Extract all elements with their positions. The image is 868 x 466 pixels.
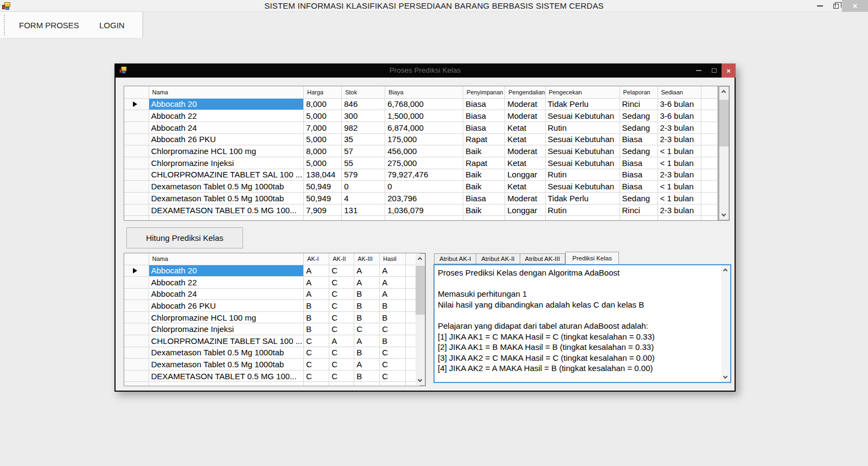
dialog-titlebar[interactable]: Proses Prediksi Kelas × [114,63,736,78]
cell[interactable]: 2-3 bulan [658,133,701,145]
cell[interactable]: Moderat [505,110,545,122]
column-header[interactable]: Stok [342,86,385,98]
cell[interactable]: 5,000 [304,157,342,169]
cell[interactable]: Sedang [620,193,658,205]
cell[interactable]: Biasa [463,122,505,133]
column-header[interactable]: Pengendalian [505,86,545,98]
cell[interactable]: C [354,323,380,335]
cell[interactable]: Abbocath 24 [149,288,304,300]
cell[interactable]: C [329,300,354,312]
cell[interactable]: Dexametason Tablet 0.5 Mg 1000tab [149,193,304,205]
menu-item-login[interactable]: LOGIN [94,12,130,38]
scrollbar-thumb[interactable] [416,266,425,315]
cell[interactable]: Moderat [505,98,545,110]
column-header[interactable]: Nama [149,253,304,265]
column-header[interactable]: Biaya [385,86,463,98]
cell[interactable]: < 1 bulan [658,157,701,169]
scroll-up-icon[interactable] [722,90,726,94]
cell[interactable]: Sesuai Kebutuhan [545,110,620,122]
row-selector[interactable] [124,311,149,323]
cell[interactable]: Baik [463,169,505,181]
cell[interactable]: 2-3 bulan [658,122,701,133]
prediction-grid-scrollbar[interactable] [416,254,425,385]
tab-prediksi-kelas[interactable]: Prediksi Kelas [565,252,619,264]
cell[interactable]: 2-3 bulan [658,169,701,181]
cell[interactable]: 55 [342,157,385,169]
cell[interactable]: Sesuai Kebutuhan [545,145,620,157]
cell[interactable]: Biasa [620,157,658,169]
cell[interactable]: Sedang [620,110,658,122]
cell[interactable]: A [380,288,406,300]
cell[interactable]: 175,000 [385,133,463,145]
cell[interactable]: Rapat [463,157,505,169]
cell[interactable]: C [304,335,329,347]
column-header[interactable]: Hasil [380,253,406,265]
cell[interactable]: 982 [342,122,385,133]
cell[interactable]: C [380,347,406,359]
cell[interactable]: Longgar [505,204,545,216]
cell[interactable]: 275,000 [385,157,463,169]
cell[interactable]: 3-6 bulan [658,110,701,122]
cell[interactable]: 79,927,476 [385,169,463,181]
cell[interactable]: A [354,335,380,347]
row-selector[interactable] [124,169,149,181]
scroll-up-icon[interactable] [418,257,422,261]
cell[interactable]: < 1 bulan [658,145,701,157]
hitung-prediksi-kelas-button[interactable]: Hitung Prediksi Kelas [126,227,243,248]
cell[interactable]: Sedang [620,122,658,133]
cell[interactable]: Sesuai Kebutuhan [545,181,620,193]
cell[interactable]: Abbocath 22 [149,277,304,289]
cell[interactable]: Longgar [505,169,545,181]
cell[interactable]: Baik [463,204,505,216]
column-header[interactable]: AK-II [329,253,354,265]
cell[interactable]: Ketat [505,133,545,145]
cell[interactable]: Biasa [620,169,658,181]
cell[interactable]: Ketat [505,122,545,133]
log-scrollbar[interactable] [721,265,730,382]
cell[interactable]: A [354,277,380,289]
cell[interactable]: Ketat [505,157,545,169]
row-selector[interactable] [124,359,149,371]
cell[interactable]: 57 [342,145,385,157]
dialog-close-button[interactable]: × [722,63,736,78]
cell[interactable]: 6,874,000 [385,122,463,133]
minimize-button[interactable] [812,0,828,12]
cell[interactable]: C [329,277,354,289]
cell[interactable]: B [354,311,380,323]
cell[interactable]: Chlorpromazine Injeksi [149,323,304,335]
row-selector[interactable] [124,204,149,216]
row-selector[interactable] [124,347,149,359]
cell[interactable]: 7,909 [304,204,342,216]
row-selector[interactable] [124,300,149,312]
tab-atribut-ak-ii[interactable]: Atribut AK-II [476,253,520,264]
cell[interactable]: C [329,359,354,371]
corner-header[interactable] [124,86,149,98]
cell[interactable]: Tidak Perlu [545,193,620,205]
cell[interactable]: < 1 bulan [658,181,701,193]
cell[interactable]: Abbocath 20 [149,265,304,277]
row-selector[interactable] [124,288,149,300]
cell[interactable]: B [354,347,380,359]
cell[interactable]: Chlorpromazine HCL 100 mg [149,145,304,157]
cell[interactable]: 4 [342,193,385,205]
row-selector[interactable] [124,110,149,122]
cell[interactable]: 5,000 [304,110,342,122]
cell[interactable]: 300 [342,110,385,122]
cell[interactable]: A [304,288,329,300]
column-header[interactable]: Penyimpanan [463,86,505,98]
cell[interactable]: Rutin [545,169,620,181]
cell[interactable]: CHLORPROMAZINE TABLET SAL 100 ... [149,335,304,347]
cell[interactable]: 203,796 [385,193,463,205]
cell[interactable]: A [304,277,329,289]
cell[interactable]: Biasa [463,193,505,205]
cell[interactable]: C [329,347,354,359]
cell[interactable]: C [329,370,354,382]
tab-atribut-ak-i[interactable]: Atribut AK-I [434,253,476,264]
cell[interactable]: C [380,323,406,335]
cell[interactable]: C [380,370,406,382]
cell[interactable]: C [304,370,329,382]
cell[interactable]: C [304,347,329,359]
row-selector[interactable] [124,181,149,193]
row-selector[interactable] [124,122,149,133]
column-header[interactable]: AK-III [354,253,380,265]
